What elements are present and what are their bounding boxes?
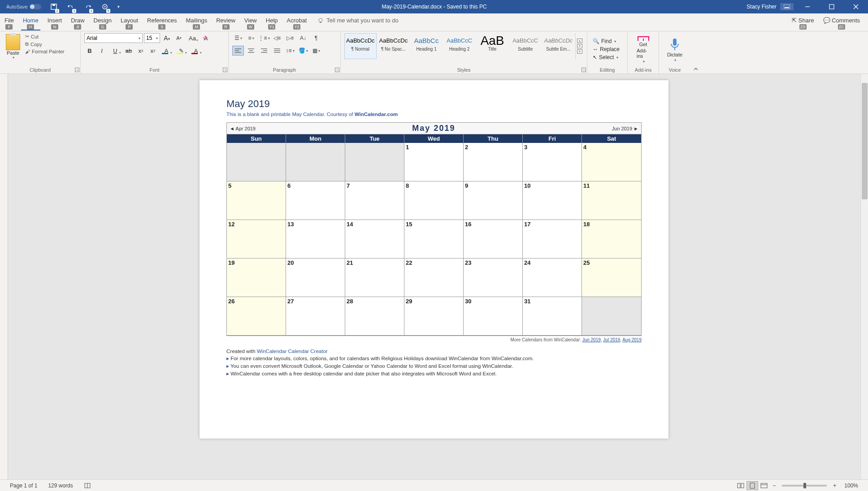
display-options-button[interactable] bbox=[780, 3, 794, 10]
autosave-toggle[interactable]: AutoSave bbox=[4, 3, 43, 10]
calendar-cell[interactable] bbox=[286, 143, 345, 181]
dialog-launcher[interactable]: ↘ bbox=[223, 68, 227, 72]
decrease-indent-button[interactable]: ◁≡ bbox=[271, 33, 283, 43]
style-subtle-em---[interactable]: AaBbCcDcSubtle Em... bbox=[542, 33, 574, 59]
replace-button[interactable]: ↔Replace bbox=[591, 46, 624, 53]
calendar-cell[interactable] bbox=[227, 143, 286, 181]
more-link[interactable]: Aug 2019 bbox=[622, 337, 642, 342]
wincalendar-link[interactable]: WinCalendar.com bbox=[355, 112, 398, 117]
bullets-button[interactable]: ☰▾ bbox=[232, 33, 244, 43]
format-painter-button[interactable]: 🖌Format Painter bbox=[24, 48, 65, 55]
cut-button[interactable]: ✂Cut bbox=[24, 33, 65, 40]
dialog-launcher[interactable]: ↘ bbox=[75, 68, 79, 72]
tab-acrobat[interactable]: AcrobatY2 bbox=[282, 15, 312, 30]
calendar-cell[interactable]: 12 bbox=[227, 220, 286, 258]
shrink-font-button[interactable]: A▾ bbox=[174, 33, 184, 43]
calendar-cell[interactable]: 14 bbox=[345, 220, 404, 258]
tab-references[interactable]: ReferencesS bbox=[143, 15, 181, 30]
calendar-cell[interactable]: 17 bbox=[523, 220, 582, 258]
calendar-cell[interactable]: 15 bbox=[404, 220, 464, 258]
sort-button[interactable]: A↓ bbox=[297, 33, 309, 43]
font-name-combo[interactable]: Arial▾ bbox=[84, 33, 143, 43]
calendar-cell[interactable]: 28 bbox=[345, 297, 404, 336]
style---no-spac---[interactable]: AaBbCcDc¶ No Spac... bbox=[378, 33, 410, 59]
qat-undo-button[interactable]: 3 bbox=[65, 1, 77, 12]
style---normal[interactable]: AaBbCcDc¶ Normal bbox=[344, 33, 377, 59]
calendar-cell[interactable] bbox=[345, 143, 404, 181]
more-link[interactable]: Jul 2019 bbox=[603, 337, 620, 342]
clear-formatting-button[interactable]: A◇ bbox=[200, 33, 211, 43]
proofing-button[interactable] bbox=[78, 482, 96, 489]
calendar-cell[interactable]: 13 bbox=[286, 220, 345, 258]
style-heading-2[interactable]: AaBbCcCHeading 2 bbox=[443, 33, 476, 59]
paste-button[interactable]: Paste ▾ bbox=[4, 33, 22, 65]
numbering-button[interactable]: ≡▾ bbox=[245, 33, 257, 43]
grow-font-button[interactable]: A▴ bbox=[161, 33, 172, 43]
style-title[interactable]: AaBTitle bbox=[476, 33, 508, 59]
page-count[interactable]: Page 1 of 1 bbox=[4, 482, 43, 489]
font-size-combo[interactable]: 15▾ bbox=[144, 33, 160, 43]
justify-button[interactable] bbox=[271, 46, 283, 56]
superscript-button[interactable]: x2 bbox=[148, 46, 158, 56]
prev-month-link[interactable]: ◄ Apr 2019 bbox=[230, 126, 256, 131]
collapse-ribbon-button[interactable] bbox=[690, 31, 701, 73]
calendar-cell[interactable] bbox=[582, 297, 641, 336]
zoom-out-button[interactable]: − bbox=[770, 482, 778, 489]
align-right-button[interactable] bbox=[258, 46, 270, 56]
underline-button[interactable]: U▾ bbox=[108, 46, 122, 56]
calendar-cell[interactable]: 9 bbox=[464, 181, 523, 220]
multilevel-button[interactable]: ⋮≡▾ bbox=[258, 33, 270, 43]
comments-button[interactable]: 💬 CommentsZC bbox=[820, 15, 864, 31]
web-layout-button[interactable] bbox=[758, 481, 770, 490]
style-heading-1[interactable]: AaBbCcHeading 1 bbox=[410, 33, 443, 59]
print-layout-button[interactable] bbox=[746, 481, 758, 490]
scroll-thumb[interactable] bbox=[862, 83, 868, 199]
minimize-button[interactable] bbox=[797, 0, 818, 13]
tab-view[interactable]: ViewW bbox=[240, 15, 261, 30]
next-month-link[interactable]: Jun 2019 ► bbox=[612, 126, 638, 131]
highlight-button[interactable]: ✎▾ bbox=[174, 46, 188, 56]
tab-design[interactable]: DesignG bbox=[89, 15, 116, 30]
calendar-cell[interactable]: 4 bbox=[582, 143, 641, 181]
word-count[interactable]: 129 words bbox=[43, 482, 78, 489]
zoom-level[interactable]: 100% bbox=[839, 482, 864, 489]
qat-redo-button[interactable]: 4 bbox=[82, 1, 94, 12]
calendar-cell[interactable]: 6 bbox=[286, 181, 345, 220]
strikethrough-button[interactable]: ab bbox=[123, 46, 134, 56]
tab-layout[interactable]: LayoutP bbox=[116, 15, 143, 30]
share-button[interactable]: ⇱ ShareZS bbox=[788, 15, 817, 31]
get-addins-button[interactable]: Get Add-ins▾ bbox=[631, 33, 655, 65]
dialog-launcher[interactable]: ↘ bbox=[582, 68, 586, 72]
change-case-button[interactable]: Aa▾ bbox=[186, 33, 199, 43]
dialog-launcher[interactable]: ↘ bbox=[335, 68, 339, 72]
qat-customize-button[interactable]: ▾ bbox=[116, 1, 122, 12]
find-button[interactable]: 🔍Find▾ bbox=[591, 38, 624, 45]
maximize-button[interactable] bbox=[821, 0, 842, 13]
tab-draw[interactable]: DrawJI bbox=[66, 15, 89, 30]
tab-help[interactable]: HelpY1 bbox=[261, 15, 282, 30]
zoom-slider[interactable] bbox=[782, 485, 827, 487]
shading-button[interactable]: 🪣▾ bbox=[297, 46, 309, 56]
calendar-cell[interactable]: 24 bbox=[523, 258, 582, 297]
calendar-cell[interactable]: 25 bbox=[582, 258, 641, 297]
calendar-cell[interactable]: 19 bbox=[227, 258, 286, 297]
calendar-cell[interactable]: 20 bbox=[286, 258, 345, 297]
styles-more-button[interactable]: ▴▾▾ bbox=[575, 33, 583, 59]
page[interactable]: May 2019 This is a blank and printable M… bbox=[200, 80, 668, 439]
font-color-button[interactable]: A▾ bbox=[189, 46, 203, 56]
tab-file[interactable]: FileF bbox=[0, 15, 18, 30]
calendar-cell[interactable]: 16 bbox=[464, 220, 523, 258]
calendar-cell[interactable]: 31 bbox=[523, 297, 582, 336]
calendar-cell[interactable]: 23 bbox=[464, 258, 523, 297]
vertical-ruler[interactable] bbox=[0, 74, 8, 479]
calendar-cell[interactable]: 10 bbox=[523, 181, 582, 220]
vertical-scrollbar[interactable] bbox=[860, 74, 868, 479]
calendar-cell[interactable]: 21 bbox=[345, 258, 404, 297]
dictate-button[interactable]: Dictate▾ bbox=[663, 33, 687, 65]
calendar-cell[interactable]: 8 bbox=[404, 181, 464, 220]
qat-save-button[interactable]: 2 bbox=[48, 1, 60, 12]
zoom-in-button[interactable]: + bbox=[830, 482, 839, 489]
creator-link[interactable]: WinCalendar Calendar Creator bbox=[257, 349, 328, 354]
borders-button[interactable]: ▦▾ bbox=[310, 46, 322, 56]
align-center-button[interactable] bbox=[245, 46, 257, 56]
